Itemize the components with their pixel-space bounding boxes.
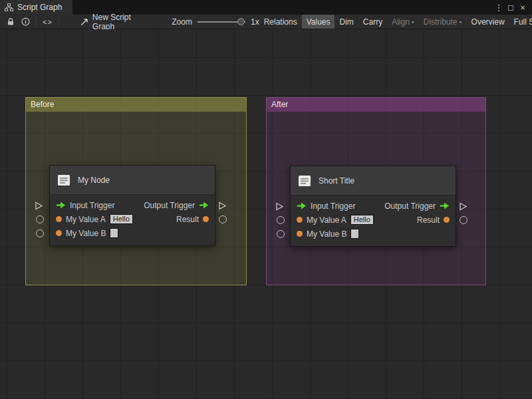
port-label: My Value A	[307, 215, 346, 225]
toolbar-button-align[interactable]: Align▾	[387, 15, 419, 29]
value-b-field[interactable]	[350, 229, 359, 239]
port-row: My Value A Hello Result	[50, 212, 215, 226]
port-label: Output Trigger	[144, 201, 195, 210]
group-title[interactable]: Before	[26, 98, 246, 112]
control-input-port[interactable]	[35, 201, 43, 210]
toolbar-separator	[36, 17, 37, 27]
unit-icon	[57, 173, 71, 188]
value-input-b-icon[interactable]	[56, 230, 62, 236]
flow-input-icon[interactable]	[297, 202, 307, 209]
graph-name-group[interactable]: New Script Graph	[80, 13, 152, 31]
flow-output-icon[interactable]	[440, 202, 450, 209]
node-header[interactable]: My Node	[50, 166, 215, 195]
port-label: Result	[176, 215, 199, 224]
toolbar-button-distribute[interactable]: Distribute▾	[419, 15, 467, 29]
zoom-value: 1x	[251, 17, 259, 27]
window-menu-icon[interactable]: ⋮	[493, 3, 504, 13]
value-a-field[interactable]: Hello	[350, 215, 374, 225]
chevron-down-icon: ▾	[460, 19, 462, 25]
zoom-slider-knob[interactable]	[237, 18, 245, 25]
unit-icon	[297, 174, 312, 188]
value-output-port[interactable]	[219, 215, 227, 223]
port-label: Input Trigger	[311, 201, 355, 211]
port-row: My Value A Hello Result	[291, 213, 456, 227]
toolbar-button-fullscreen[interactable]: Full Scr	[509, 15, 532, 29]
node-short-title[interactable]: Short Title Input Trigger Output Trigger…	[290, 166, 456, 247]
port-label: Input Trigger	[70, 201, 114, 210]
info-icon[interactable]	[18, 15, 33, 29]
node-body: Input Trigger Output Trigger My Value A …	[291, 196, 456, 246]
toolbar-button-carry[interactable]: Carry	[358, 15, 387, 29]
toolbar-button-relations[interactable]: Relations	[259, 15, 302, 29]
zoom-slider[interactable]	[198, 21, 245, 23]
toolbar-button-dim[interactable]: Dim	[334, 15, 358, 29]
node-body: Input Trigger Output Trigger My Value A …	[50, 195, 215, 245]
group-title[interactable]: After	[267, 98, 485, 112]
toolbar-buttons: Relations Values Dim Carry Align▾ Distri…	[259, 15, 532, 29]
script-graph-icon	[5, 3, 13, 11]
toolbar-separator	[59, 17, 59, 27]
port-label: My Value B	[307, 229, 346, 239]
control-output-port[interactable]	[459, 202, 467, 211]
port-row: Input Trigger Output Trigger	[291, 199, 456, 213]
graph-name-label: New Script Graph	[92, 13, 152, 31]
flow-input-icon[interactable]	[56, 201, 66, 209]
flow-output-icon[interactable]	[199, 201, 209, 209]
port-label: My Value B	[66, 229, 106, 238]
node-my-node[interactable]: My Node Input Trigger Output Trigger My …	[49, 165, 215, 246]
node-title: Short Title	[319, 176, 354, 186]
lock-icon[interactable]	[3, 15, 18, 29]
port-row: My Value B	[50, 226, 215, 240]
node-title: My Node	[78, 176, 110, 185]
control-input-port[interactable]	[275, 202, 284, 211]
close-icon[interactable]: ×	[517, 3, 528, 13]
value-input-port[interactable]	[36, 215, 44, 223]
value-b-field[interactable]	[110, 228, 118, 238]
value-input-b-icon[interactable]	[297, 231, 303, 237]
graph-asset-icon	[80, 18, 88, 26]
port-row: My Value B	[291, 227, 456, 241]
toolbar: <> New Script Graph Zoom 1x Relations Va…	[0, 15, 532, 29]
port-label: My Value A	[66, 215, 106, 224]
value-input-a-icon[interactable]	[56, 216, 62, 222]
tab-script-graph[interactable]: Script Graph	[0, 0, 72, 15]
value-input-port[interactable]	[36, 229, 44, 237]
tab-title: Script Graph	[17, 3, 62, 12]
port-label: Result	[417, 215, 440, 225]
value-input-a-icon[interactable]	[297, 217, 303, 223]
chevron-down-icon: ▾	[412, 19, 414, 25]
value-output-result-icon[interactable]	[444, 217, 450, 223]
zoom-group: Zoom 1x	[172, 17, 259, 27]
value-output-port[interactable]	[460, 216, 467, 224]
maximize-icon[interactable]: □	[505, 3, 516, 13]
toolbar-button-values[interactable]: Values	[302, 15, 335, 29]
toolbar-button-overview[interactable]: Overview	[467, 15, 509, 29]
port-row: Input Trigger Output Trigger	[50, 198, 215, 212]
code-icon[interactable]: <>	[39, 15, 56, 29]
graph-canvas[interactable]: Before After My Node Input Trigger	[0, 29, 532, 399]
window-controls: ⋮ □ ×	[493, 0, 532, 15]
port-label: Output Trigger	[384, 201, 436, 211]
value-input-port[interactable]	[277, 230, 285, 238]
value-a-field[interactable]: Hello	[110, 214, 133, 224]
control-output-port[interactable]	[218, 201, 227, 210]
value-output-result-icon[interactable]	[203, 216, 209, 222]
node-header[interactable]: Short Title	[291, 166, 456, 196]
value-input-port[interactable]	[277, 216, 285, 224]
zoom-label: Zoom	[172, 17, 192, 27]
